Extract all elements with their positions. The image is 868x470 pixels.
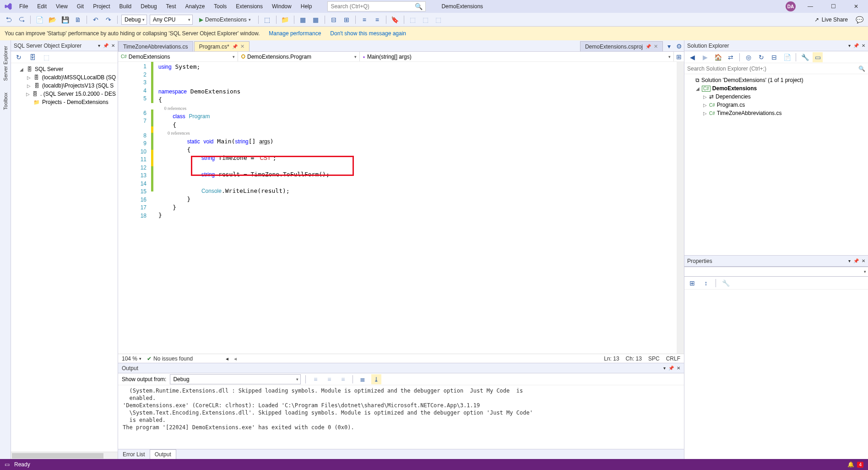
menu-tools[interactable]: Tools — [209, 1, 231, 11]
tb-icon-5[interactable]: ⊟ — [329, 15, 339, 25]
solution-search-input[interactable] — [687, 66, 858, 72]
menu-file[interactable]: File — [15, 1, 33, 11]
sol-preview-icon[interactable]: ▭ — [813, 52, 823, 62]
doc-tab-tzabbrev[interactable]: TimeZoneAbbreviations.cs — [118, 41, 193, 51]
infobar-manage-link[interactable]: Manage performance — [269, 30, 321, 37]
sol-collapse-icon[interactable]: ⊟ — [769, 52, 779, 62]
tab-output[interactable]: Output — [150, 449, 176, 459]
menu-build[interactable]: Build — [115, 1, 136, 11]
pin-icon[interactable]: 📌 — [668, 366, 674, 371]
close-icon[interactable]: ✕ — [862, 258, 865, 263]
save-icon[interactable]: 💾 — [60, 15, 70, 25]
user-avatar[interactable]: DA — [786, 1, 796, 11]
tb-icon-11[interactable]: ⬚ — [421, 15, 431, 25]
pin-icon[interactable]: 📌 — [853, 43, 859, 48]
output-btn-4[interactable]: ≣ — [358, 374, 368, 384]
notifications-icon[interactable]: 🔔 — [847, 461, 854, 468]
new-item-icon[interactable]: 📄 — [34, 15, 44, 25]
menu-test[interactable]: Test — [162, 1, 181, 11]
open-icon[interactable]: 📂 — [47, 15, 57, 25]
close-icon[interactable]: ✕ — [654, 44, 658, 49]
rail-toolbox[interactable]: Toolbox — [2, 89, 9, 114]
save-all-icon[interactable]: 🗎 — [73, 15, 83, 25]
tree-item[interactable]: ▷🗄(localdb)\MSSQLLocalDB (SQ — [11, 73, 118, 82]
props-object-dropdown[interactable] — [684, 267, 868, 277]
zoom-dropdown[interactable]: 104 %▾ — [122, 355, 141, 362]
pin-icon[interactable]: 📌 — [646, 44, 651, 49]
tb-icon-3[interactable]: ▦ — [298, 15, 308, 25]
tree-item[interactable]: ▷🗄(localdb)\ProjectsV13 (SQL S — [11, 82, 118, 90]
dropdown-icon[interactable]: ▾ — [663, 366, 666, 371]
tree-item[interactable]: 📁Projects - DemoExtensions — [11, 98, 118, 106]
sol-fwd-icon[interactable]: ▶ — [700, 52, 710, 62]
context-class[interactable]: 🞇DemoExtensions.Program — [238, 52, 360, 61]
tb-icon-7[interactable]: ≡ — [359, 15, 369, 25]
dropdown-icon[interactable]: ▾ — [848, 43, 851, 48]
editor-vscroll[interactable] — [677, 62, 684, 354]
group-icon[interactable]: ⬚ — [41, 52, 51, 62]
maximize-button[interactable]: ☐ — [825, 1, 841, 11]
close-icon[interactable]: ✕ — [240, 44, 244, 49]
sol-item-solution[interactable]: ⧉Solution 'DemoExtensions' (1 of 1 proje… — [684, 76, 868, 84]
output-btn-2[interactable]: ≡ — [324, 374, 334, 384]
live-share-button[interactable]: ↗ Live Share — [811, 16, 852, 23]
sol-item-tzabbrev[interactable]: ▷C#TimeZoneAbbreviations.cs — [684, 109, 868, 117]
output-btn-1[interactable]: ≡ — [310, 374, 320, 384]
tb-icon-6[interactable]: ⊞ — [342, 15, 352, 25]
menu-extensions[interactable]: Extensions — [231, 1, 267, 11]
doc-settings-icon[interactable]: ⚙ — [674, 41, 684, 51]
sol-switch-icon[interactable]: ⇄ — [726, 52, 736, 62]
menu-debug[interactable]: Debug — [136, 1, 161, 11]
sol-item-deps[interactable]: ▷⇄Dependencies — [684, 93, 868, 101]
pin-icon[interactable]: 📌 — [232, 44, 238, 49]
menu-help[interactable]: Help — [296, 1, 317, 11]
tb-icon-10[interactable]: ⬚ — [408, 15, 418, 25]
sol-item-program[interactable]: ▷C#Program.cs — [684, 101, 868, 109]
tb-icon-8[interactable]: ≡ — [372, 15, 382, 25]
rail-server-explorer[interactable]: Server Explorer — [2, 42, 9, 84]
menu-analyze[interactable]: Analyze — [181, 1, 210, 11]
quick-search[interactable]: 🔍 — [327, 1, 426, 11]
sol-showall-icon[interactable]: 📄 — [782, 52, 792, 62]
infobar-dismiss-link[interactable]: Don't show this message again — [330, 30, 406, 37]
output-btn-3[interactable]: ≡ — [338, 374, 348, 384]
sol-item-project[interactable]: ◢C#DemoExtensions — [684, 84, 868, 93]
feedback-icon[interactable]: 💬 — [854, 15, 864, 25]
sol-refresh-icon[interactable]: ↻ — [756, 52, 766, 62]
tree-item[interactable]: ▷🗄. (SQL Server 15.0.2000 - DES — [11, 90, 118, 98]
refresh-icon[interactable]: ↻ — [14, 52, 24, 62]
pin-icon[interactable]: 📌 — [103, 43, 108, 48]
output-source-dropdown[interactable]: Debug — [170, 374, 301, 384]
code-editor[interactable]: 1 2 3 4 5 6 7 8 9 10 11 12 13 14 15 16 1… — [118, 62, 684, 354]
config-dropdown[interactable]: Debug — [121, 15, 147, 25]
add-server-icon[interactable]: 🗄 — [27, 52, 38, 62]
tb-icon-2[interactable]: 📁 — [280, 15, 290, 25]
tree-item[interactable]: ◢🗄SQL Server — [11, 65, 118, 73]
output-body[interactable]: (System.Runtime.Extensions.dll : Skipped… — [118, 385, 684, 449]
redo-icon[interactable]: ↷ — [103, 15, 114, 25]
minimize-button[interactable]: — — [802, 1, 819, 11]
props-wrench-icon[interactable]: 🔧 — [721, 278, 731, 288]
doc-tab-program[interactable]: Program.cs*📌✕ — [194, 41, 250, 51]
split-icon[interactable]: ⊞ — [674, 52, 684, 62]
menu-git[interactable]: Git — [72, 1, 88, 11]
tb-icon-4[interactable]: ▦ — [311, 15, 321, 25]
code-body[interactable]: using System; namespace DemoExtensions {… — [149, 62, 684, 354]
props-cat-icon[interactable]: ⊞ — [687, 278, 697, 288]
pin-icon[interactable]: 📌 — [853, 258, 859, 263]
menu-view[interactable]: View — [51, 1, 72, 11]
menu-project[interactable]: Project — [88, 1, 114, 11]
nav-fwd-icon[interactable]: ⮎ — [16, 15, 27, 25]
sql-hscroll[interactable] — [11, 452, 118, 459]
doc-tab-csproj[interactable]: DemoExtensions.csproj📌✕ — [580, 41, 663, 51]
sol-home-icon[interactable]: 🏠 — [713, 52, 723, 62]
hscroll-arrow-left-icon[interactable]: ◂ — [234, 355, 237, 362]
context-project[interactable]: C#DemoExtensions — [118, 52, 238, 61]
menu-edit[interactable]: Edit — [33, 1, 51, 11]
close-icon[interactable]: ✕ — [111, 43, 115, 48]
doc-menu-icon[interactable]: ▾ — [664, 41, 674, 51]
solution-search[interactable]: 🔍 — [684, 63, 868, 74]
dropdown-icon[interactable]: ▾ — [848, 258, 851, 263]
close-icon[interactable]: ✕ — [677, 366, 680, 371]
tb-icon-1[interactable]: ⬚ — [262, 15, 272, 25]
